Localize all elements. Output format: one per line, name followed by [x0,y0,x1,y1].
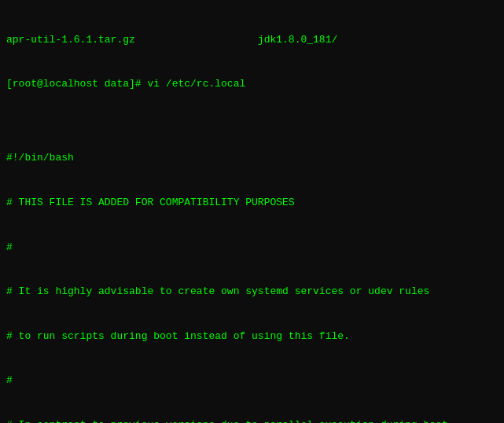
terminal-window[interactable]: apr-util-1.6.1.tar.gz jdk1.8.0_181/ [roo… [0,0,504,423]
terminal-line-4: #!/bin/bash [6,151,498,166]
terminal-line-10: # In contrast to previous versions due t… [6,418,498,423]
terminal-line-2: [root@localhost data]# vi /etc/rc.local [6,77,498,92]
terminal-line-9: # [6,373,498,388]
terminal-line-8: # to run scripts during boot instead of … [6,329,498,344]
terminal-line-6: # [6,241,498,256]
terminal-line-7: # It is highly advisable to create own s… [6,285,498,300]
terminal-line-1: apr-util-1.6.1.tar.gz jdk1.8.0_181/ [6,33,498,48]
terminal-line-5: # THIS FILE IS ADDED FOR COMPATIBILITY P… [6,196,498,211]
